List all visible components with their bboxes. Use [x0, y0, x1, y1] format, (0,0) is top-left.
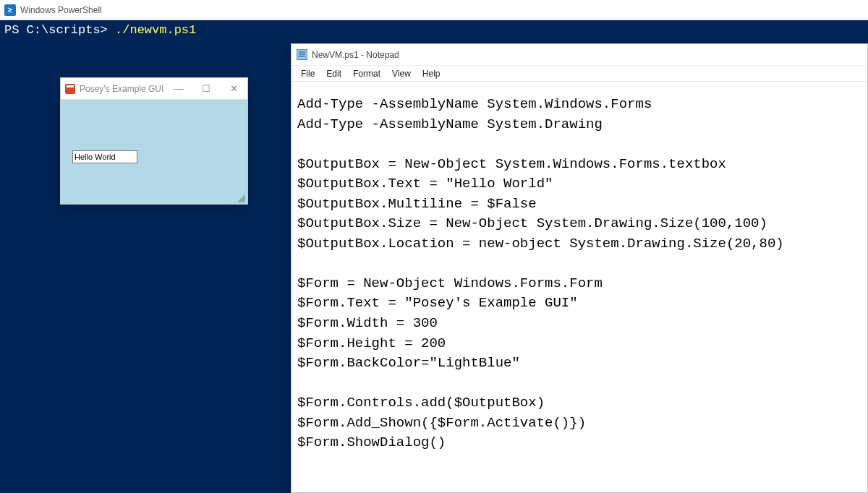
notepad-editor[interactable]: Add-Type -AssemblyName System.Windows.Fo… — [292, 82, 867, 459]
ps-command: ./newvm.ps1 — [115, 23, 196, 37]
powershell-title: Windows PowerShell — [20, 5, 102, 15]
notepad-icon — [297, 49, 307, 60]
menu-view[interactable]: View — [387, 67, 416, 80]
menu-edit[interactable]: Edit — [321, 67, 346, 80]
notepad-titlebar[interactable]: NewVM.ps1 - Notepad — [292, 44, 867, 66]
gui-title: Posey's Example GUI — [80, 84, 165, 94]
gui-titlebar[interactable]: Posey's Example GUI — ☐ ✕ — [61, 78, 247, 100]
menu-format[interactable]: Format — [348, 67, 386, 80]
close-button[interactable]: ✕ — [220, 78, 247, 100]
notepad-menubar: File Edit Format View Help — [292, 66, 867, 82]
menu-help[interactable]: Help — [417, 67, 446, 80]
notepad-window[interactable]: NewVM.ps1 - Notepad File Edit Format Vie… — [291, 43, 868, 493]
minimize-button[interactable]: — — [165, 78, 192, 100]
output-textbox[interactable] — [72, 150, 137, 163]
example-gui-window[interactable]: Posey's Example GUI — ☐ ✕ ◢ — [60, 77, 248, 205]
menu-file[interactable]: File — [296, 67, 320, 80]
form-icon — [65, 84, 75, 94]
powershell-titlebar[interactable]: ≥ Windows PowerShell — [0, 0, 868, 20]
maximize-button[interactable]: ☐ — [192, 78, 220, 100]
notepad-title: NewVM.ps1 - Notepad — [312, 50, 399, 60]
gui-body: ◢ — [61, 100, 247, 204]
powershell-icon: ≥ — [4, 4, 16, 16]
resize-grip-icon[interactable]: ◢ — [237, 194, 246, 202]
ps-prompt: PS C:\scripts> — [4, 23, 108, 37]
